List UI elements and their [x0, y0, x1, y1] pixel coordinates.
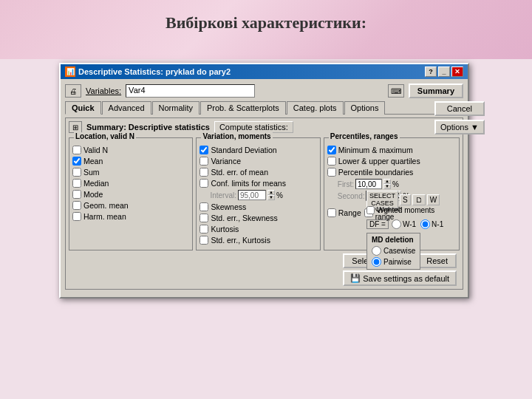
variation-group: Variation, moments Standard Deviation Va… — [196, 137, 320, 250]
check-std-err-mean: Std. err. of mean — [200, 168, 316, 177]
options-button[interactable]: Options ▼ — [434, 120, 485, 134]
first-perc-input[interactable] — [355, 179, 382, 189]
df-w1-label: W-1 — [403, 220, 416, 228]
df-w1-option[interactable]: W-1 — [392, 219, 416, 229]
compute-button[interactable]: Compute statistics: — [214, 121, 293, 133]
title-bar-left: 📊 Descriptive Statistics: pryklad do par… — [65, 66, 231, 77]
save-label: Save settings as default — [363, 274, 449, 283]
sum-label: Sum — [83, 168, 100, 177]
harm-mean-checkbox[interactable] — [72, 212, 81, 221]
std-err-mean-checkbox[interactable] — [200, 168, 208, 177]
mode-checkbox[interactable] — [72, 190, 81, 199]
harm-mean-label: Harm. mean — [83, 212, 126, 221]
valid-n-label: Valid N — [83, 146, 108, 154]
reset-button[interactable]: Reset — [417, 253, 457, 268]
sum-checkbox[interactable] — [72, 168, 81, 177]
table-button[interactable]: 🗋 — [412, 194, 426, 205]
minimize-button[interactable]: _ — [438, 66, 450, 77]
location-items: Valid N Mean Sum Median — [72, 146, 189, 221]
std-dev-label: Standard Deviation — [211, 146, 276, 154]
std-err-skewness-checkbox[interactable] — [200, 214, 208, 222]
right-action-panel: Cancel Options ▼ — [434, 101, 485, 134]
variance-label: Variance — [211, 157, 241, 166]
check-median: Median — [72, 179, 189, 188]
inner-panel-header: ⊞ Summary: Descriptive statistics Comput… — [69, 121, 460, 133]
casewise-radio[interactable] — [372, 246, 381, 256]
first-spin-up[interactable]: ▲ — [383, 179, 391, 184]
interval-input[interactable] — [238, 190, 266, 200]
wght-moments-row: Wghted moments — [366, 206, 434, 214]
w-button[interactable]: W — [427, 194, 440, 205]
range-checkbox[interactable] — [327, 208, 336, 217]
check-range: Range — [327, 205, 361, 221]
page-title: Вибіркові характеристики: — [0, 0, 532, 41]
save-icon: 💾 — [350, 273, 361, 283]
help-button[interactable]: ? — [425, 66, 437, 77]
df-row: DF = W-1 N-1 — [366, 219, 443, 229]
df-n1-label: N-1 — [432, 220, 443, 228]
summary-button[interactable]: Summary — [409, 83, 463, 98]
save-settings-button[interactable]: 💾 Save settings as default — [343, 270, 457, 286]
interval-spinner[interactable]: ▲ ▼ — [267, 190, 275, 200]
std-dev-checkbox[interactable] — [200, 146, 208, 154]
second-label: Second: — [338, 192, 365, 200]
conf-limits-checkbox[interactable] — [200, 179, 208, 188]
min-max-label: Minimum & maximum — [338, 146, 413, 154]
interval-label: Interval: — [210, 191, 236, 200]
tab-categ-plots[interactable]: Categ. plots — [287, 101, 344, 115]
check-sum: Sum — [72, 168, 189, 177]
df-n1-option[interactable]: N-1 — [420, 219, 443, 229]
first-perc-row: First: ▲ ▼ % — [327, 179, 456, 189]
skewness-checkbox[interactable] — [200, 202, 208, 211]
variance-checkbox[interactable] — [200, 157, 208, 166]
spin-down-button[interactable]: ▼ — [267, 195, 275, 200]
location-group: Location, valid N Valid N Mean Sum — [69, 137, 193, 250]
first-perc-spinner[interactable]: ▲ ▼ — [383, 179, 391, 189]
check-quartiles: Lower & upper quartiles — [327, 157, 456, 166]
s-button[interactable]: S — [400, 194, 411, 205]
quartiles-checkbox[interactable] — [327, 157, 336, 166]
std-err-kurtosis-checkbox[interactable] — [200, 236, 208, 245]
check-perc-bounds: Percentile boundaries — [327, 168, 456, 177]
df-w1-radio[interactable] — [392, 219, 401, 229]
tab-bar: Quick Advanced Normality Prob. & Scatter… — [65, 101, 463, 115]
pairwise-radio[interactable] — [372, 257, 381, 267]
median-checkbox[interactable] — [72, 179, 81, 188]
min-max-checkbox[interactable] — [327, 146, 336, 154]
std-err-kurtosis-label: Std. err., Kurtosis — [211, 236, 270, 245]
tab-options[interactable]: Options — [344, 101, 386, 115]
pairwise-label: Pairwise — [383, 258, 412, 266]
pairwise-option[interactable]: Pairwise — [372, 257, 415, 267]
interval-row: Interval: ▲ ▼ % — [200, 190, 316, 200]
cancel-button[interactable]: Cancel — [434, 101, 485, 116]
check-variance: Variance — [200, 157, 316, 166]
first-spin-down[interactable]: ▼ — [383, 184, 391, 189]
md-deletion-group: MD deletion Casewise Pairwise — [366, 233, 420, 270]
variables-label[interactable]: Variables: — [86, 86, 121, 95]
df-n1-radio[interactable] — [420, 219, 430, 229]
df-border: DF = — [366, 219, 389, 229]
check-kurtosis: Kurtosis — [200, 225, 316, 233]
wght-moments-checkbox[interactable] — [366, 206, 375, 214]
check-min-max: Minimum & maximum — [327, 146, 456, 154]
variables-input[interactable]: Var4 — [126, 84, 255, 98]
save-row: 💾 Save settings as default — [69, 270, 460, 286]
wght-moments-label: Wghted moments — [377, 206, 434, 214]
percentiles-group-label: Percentiles, ranges — [329, 132, 400, 140]
keyboard-icon: ⌨ — [388, 84, 404, 98]
mean-checkbox[interactable] — [72, 157, 81, 166]
casewise-option[interactable]: Casewise — [372, 246, 415, 256]
tab-normality[interactable]: Normality — [152, 101, 200, 115]
close-button[interactable]: ✕ — [451, 66, 463, 77]
perc-bounds-checkbox[interactable] — [327, 168, 336, 177]
kurtosis-checkbox[interactable] — [200, 225, 208, 233]
valid-n-checkbox[interactable] — [72, 146, 81, 154]
check-skewness: Skewness — [200, 202, 316, 211]
geom-mean-checkbox[interactable] — [72, 201, 81, 210]
md-deletion-title: MD deletion — [372, 236, 415, 244]
spin-up-button[interactable]: ▲ — [267, 190, 275, 195]
tab-prob-scatterplots[interactable]: Prob. & Scatterplots — [200, 101, 286, 115]
tab-advanced[interactable]: Advanced — [102, 101, 151, 115]
interval-unit: % — [276, 191, 283, 200]
tab-quick[interactable]: Quick — [65, 101, 101, 115]
